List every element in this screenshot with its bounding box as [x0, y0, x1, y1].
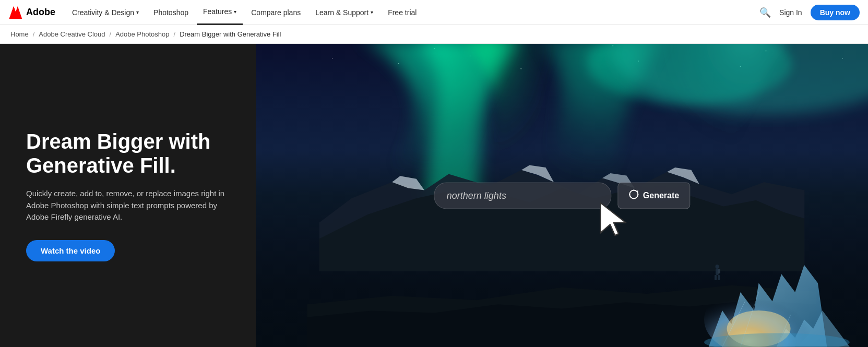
- svg-rect-39: [718, 275, 720, 280]
- search-icon[interactable]: 🔍: [759, 7, 771, 18]
- hero-left-panel: Dream Bigger with Generative Fill. Quick…: [0, 44, 256, 347]
- nav-links: Creativity & Design ▾ Photoshop Features…: [66, 0, 759, 25]
- generate-icon: [628, 189, 639, 202]
- hero-title: Dream Bigger with Generative Fill.: [26, 129, 230, 177]
- breadcrumb: Home / Adobe Creative Cloud / Adobe Phot…: [0, 25, 868, 44]
- nav-creativity-label: Creativity & Design: [72, 8, 134, 17]
- chevron-down-icon: ▾: [136, 9, 139, 15]
- generative-fill-ui: Generate: [434, 182, 690, 209]
- nav-compare-label: Compare plans: [251, 8, 301, 17]
- breadcrumb-separator: /: [33, 30, 35, 38]
- nav-item-features[interactable]: Features ▾: [197, 0, 243, 25]
- adobe-logo[interactable]: Adobe: [8, 6, 55, 19]
- nav-free-trial-label: Free trial: [388, 8, 417, 17]
- nav-item-photoshop[interactable]: Photoshop: [147, 0, 195, 25]
- generate-label: Generate: [643, 191, 679, 200]
- person-silhouette: [714, 265, 721, 280]
- nav-learn-label: Learn & Support: [315, 8, 368, 17]
- svg-rect-40: [718, 269, 720, 273]
- buy-now-button[interactable]: Buy now: [811, 5, 860, 20]
- watch-video-button[interactable]: Watch the video: [26, 240, 115, 261]
- nav-item-creativity[interactable]: Creativity & Design ▾: [66, 0, 145, 25]
- adobe-logo-icon: [8, 6, 23, 19]
- sign-in-button[interactable]: Sign In: [779, 8, 802, 17]
- main-nav: Adobe Creativity & Design ▾ Photoshop Fe…: [0, 0, 868, 25]
- nav-right: 🔍 Sign In Buy now: [759, 5, 860, 20]
- svg-point-36: [716, 265, 719, 269]
- chevron-down-icon: ▾: [371, 9, 373, 15]
- nav-photoshop-label: Photoshop: [153, 8, 188, 17]
- breadcrumb-separator: /: [110, 30, 112, 38]
- hero-section: Dream Bigger with Generative Fill. Quick…: [0, 44, 868, 347]
- breadcrumb-current-page: Dream Bigger with Generative Fill: [180, 30, 281, 38]
- breadcrumb-photoshop[interactable]: Adobe Photoshop: [115, 30, 169, 38]
- nav-item-compare-plans[interactable]: Compare plans: [245, 0, 307, 25]
- adobe-wordmark: Adobe: [26, 7, 55, 18]
- nav-item-learn-support[interactable]: Learn & Support ▾: [309, 0, 379, 25]
- chevron-down-icon: ▾: [234, 9, 236, 15]
- hero-description: Quickly create, add to, remove, or repla…: [26, 188, 230, 223]
- generative-fill-input[interactable]: [434, 182, 611, 209]
- nav-item-free-trial[interactable]: Free trial: [382, 0, 423, 25]
- generate-button[interactable]: Generate: [617, 182, 690, 209]
- generate-sparkle-icon: [628, 189, 639, 199]
- nav-features-label: Features: [203, 7, 232, 16]
- breadcrumb-separator: /: [174, 30, 176, 38]
- breadcrumb-home[interactable]: Home: [10, 30, 29, 38]
- svg-rect-38: [715, 275, 717, 280]
- hero-right-panel: Generate: [256, 44, 868, 347]
- breadcrumb-creative-cloud[interactable]: Adobe Creative Cloud: [39, 30, 105, 38]
